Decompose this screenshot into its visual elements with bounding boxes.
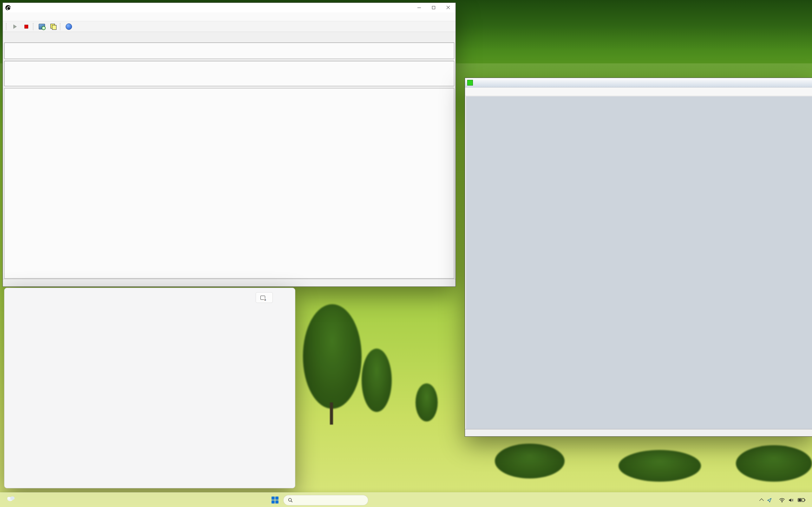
wallpaper-bush <box>495 444 565 478</box>
wallpaper-tree <box>362 349 392 412</box>
start-button[interactable] <box>269 494 281 506</box>
prime95-titlebar[interactable] <box>465 78 812 88</box>
task-manager-window <box>4 288 295 488</box>
wallpaper-bush <box>618 450 701 482</box>
search-box[interactable] <box>283 495 368 505</box>
latencymon-content <box>4 42 454 279</box>
analysis-box <box>4 43 454 59</box>
minimize-button[interactable] <box>412 3 426 12</box>
prime95-window <box>465 78 812 437</box>
analyze-button[interactable] <box>37 22 47 31</box>
weather-widget[interactable] <box>4 494 21 502</box>
battery-charging-icon[interactable] <box>798 498 805 502</box>
wallpaper-bush <box>736 445 812 482</box>
stop-monitor-button[interactable] <box>21 22 31 31</box>
taskbar <box>0 493 812 507</box>
latencymon-statusbar <box>3 279 455 286</box>
conclusion-box <box>4 61 454 86</box>
run-new-task-icon <box>260 296 265 300</box>
latencymon-toolbar <box>3 21 455 32</box>
play-icon <box>13 24 17 29</box>
start-monitor-button[interactable] <box>10 22 20 31</box>
wallpaper-tree <box>303 304 362 409</box>
desktop: { "latencymon": { "window_title": "Laten… <box>0 0 812 507</box>
prime95-menubar <box>465 88 812 96</box>
latencymon-menubar <box>3 12 455 21</box>
hidden-icons-chevron-icon[interactable] <box>759 498 764 503</box>
latencymon-app-icon <box>5 5 11 10</box>
stop-icon <box>24 25 28 29</box>
more-options-button[interactable] <box>277 293 287 302</box>
wifi-icon[interactable] <box>779 498 785 503</box>
latencymon-titlebar[interactable] <box>3 3 455 12</box>
help-button[interactable] <box>64 22 73 31</box>
cpu-detail-panel <box>102 306 291 486</box>
close-button[interactable] <box>441 3 455 12</box>
wallpaper-tree-trunk <box>330 402 333 425</box>
toolbar-grip <box>6 23 7 30</box>
maximize-icon <box>432 6 435 9</box>
latencymon-tabs <box>3 32 455 42</box>
analyze-icon <box>39 24 45 30</box>
task-manager-nav-rail <box>4 288 20 488</box>
maximize-button[interactable] <box>426 3 441 12</box>
help-icon <box>66 23 72 30</box>
cloud-icon <box>6 495 16 502</box>
location-icon[interactable] <box>767 498 772 503</box>
run-new-task-button[interactable] <box>256 292 273 303</box>
toolbar-grip <box>60 23 61 30</box>
copy-report-button[interactable] <box>49 22 58 31</box>
prime95-app-icon <box>467 80 473 86</box>
latency-metrics-panel <box>4 88 454 279</box>
prime95-mdi-client <box>466 96 812 429</box>
minimize-icon <box>417 8 421 8</box>
latencymon-window <box>3 3 456 287</box>
toolbar-grip <box>33 23 34 30</box>
system-tray <box>760 493 809 507</box>
volume-icon[interactable] <box>789 498 794 503</box>
copy-icon <box>50 24 56 30</box>
windows-logo-icon <box>271 497 278 504</box>
prime95-statusbar <box>465 429 812 436</box>
search-icon <box>288 498 293 503</box>
taskbar-center <box>269 493 370 507</box>
cpu-stats-primary <box>102 316 193 317</box>
close-icon <box>446 6 450 9</box>
wallpaper-tree <box>415 383 438 421</box>
search-input[interactable] <box>296 498 359 503</box>
